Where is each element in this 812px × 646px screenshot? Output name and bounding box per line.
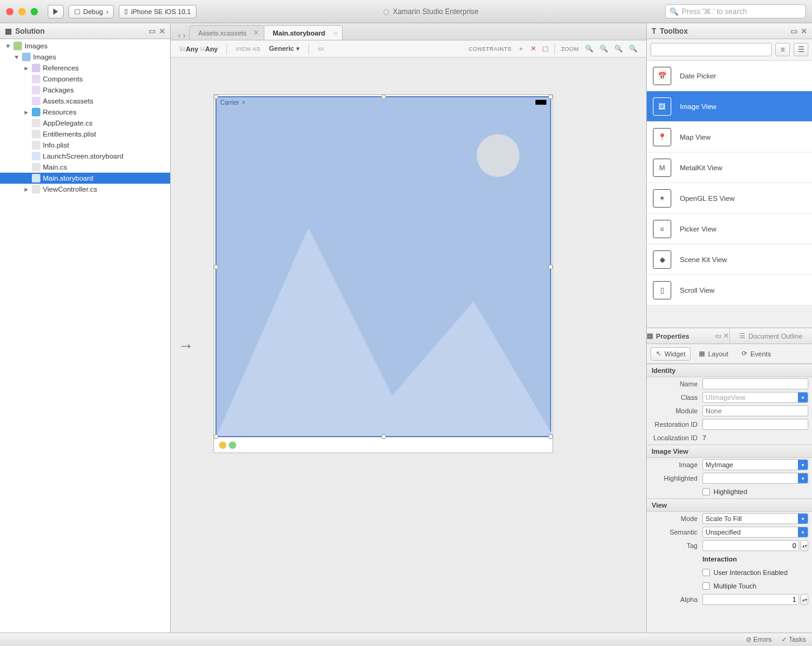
toolbox-item[interactable]: 📅Date Picker xyxy=(647,61,812,91)
module-field[interactable] xyxy=(702,405,808,416)
device-label: iPhone SE iOS 10.1 xyxy=(131,8,191,15)
alpha-field[interactable] xyxy=(702,594,799,605)
tab-widget[interactable]: ↖ Widget xyxy=(650,347,691,361)
run-button[interactable] xyxy=(48,5,64,18)
first-responder-icon[interactable] xyxy=(219,441,226,449)
pad-options-icon[interactable]: ▭ xyxy=(791,27,797,36)
close-window[interactable] xyxy=(6,8,13,15)
toolbox-view-list[interactable]: ☰ xyxy=(794,43,808,56)
metal-icon: M xyxy=(653,159,671,177)
uiimageview[interactable]: Carrier ᯤ xyxy=(215,96,551,437)
editor-tab[interactable]: Assets.xcassets✕ xyxy=(189,25,264,40)
nav-back-icon[interactable]: ‹ xyxy=(178,31,181,40)
tag-stepper[interactable]: ▴▾ xyxy=(800,540,808,551)
class-field[interactable]: UIImageView▾ xyxy=(702,392,808,403)
toolbox-item[interactable]: 🖼Image View xyxy=(647,91,812,122)
tree-item[interactable]: AppDelegate.cs xyxy=(0,118,170,129)
uie-checkbox[interactable]: User Interaction Enabled xyxy=(702,569,808,576)
multitouch-checkbox[interactable]: Multiple Touch xyxy=(702,582,808,590)
semantic-field[interactable]: Unspecified▾ xyxy=(702,527,808,538)
tab-events[interactable]: ⟳ Events xyxy=(736,347,777,361)
size-class[interactable]: WAny HAny xyxy=(179,45,218,53)
restoration-field[interactable] xyxy=(702,419,808,430)
zoom-actual-icon[interactable]: 🔍 xyxy=(614,45,623,53)
resize-handle[interactable] xyxy=(214,94,218,99)
view-as-selector[interactable]: Generic ▾ xyxy=(269,45,299,53)
resize-handle[interactable] xyxy=(548,265,553,269)
constraints-label: CONSTRAINTS xyxy=(469,46,512,52)
alpha-label: Alpha xyxy=(650,596,702,603)
play-icon xyxy=(53,9,58,15)
resize-handle[interactable] xyxy=(214,434,218,439)
toolbox-search-input[interactable] xyxy=(650,43,772,56)
tasks-pad[interactable]: ✓ Tasks xyxy=(781,636,806,644)
tab-close-icon[interactable]: ✕ xyxy=(253,29,259,37)
highlighted-checkbox[interactable]: Highlighted xyxy=(702,488,808,495)
resize-handle[interactable] xyxy=(381,434,386,439)
tree-item[interactable]: Packages xyxy=(0,85,170,96)
resize-handle[interactable] xyxy=(548,94,553,99)
image-field[interactable]: MyImage▾ xyxy=(702,459,808,470)
orientation-toggle[interactable]: ▭ xyxy=(318,45,324,53)
lorem-icon: ≡ xyxy=(653,220,671,238)
localization-value: 7 xyxy=(702,434,808,441)
zoom-fit-icon[interactable]: 🔍 xyxy=(585,45,594,53)
tree-item[interactable]: ▸References xyxy=(0,62,170,73)
tree-item[interactable]: ▸ViewController.cs xyxy=(0,184,170,195)
toolbox-item[interactable]: MMetalKit View xyxy=(647,152,812,183)
toolbox-list[interactable]: 📅Date Picker🖼Image View📍Map ViewMMetalKi… xyxy=(647,61,812,328)
tab-close-icon[interactable]: ○ xyxy=(333,29,338,37)
tree-item[interactable]: ▾Images xyxy=(0,40,170,51)
editor-tab[interactable]: Main.storyboard○ xyxy=(264,25,343,40)
mode-field[interactable]: Scale To Fill▾ xyxy=(702,513,808,524)
zoom-window[interactable] xyxy=(31,8,38,15)
tree-item[interactable]: Assets.xcassets xyxy=(0,96,170,107)
device-selector[interactable]: ▯ iPhone SE iOS 10.1 xyxy=(119,5,196,18)
tree-item[interactable]: Main.cs xyxy=(0,162,170,173)
toolbox-item[interactable]: ✶OpenGL ES View xyxy=(647,183,812,214)
properties-panel: ▤ Properties ▭ ✕ ☰ Document Outline ↖ Wi… xyxy=(647,328,812,633)
tree-item[interactable]: Components xyxy=(0,73,170,85)
constraint-add-icon[interactable]: ＋ xyxy=(518,44,524,53)
tab-layout[interactable]: ▦ Layout xyxy=(693,347,734,361)
cube-icon: ◆ xyxy=(653,250,671,269)
zoom-out-icon[interactable]: 🔍 xyxy=(600,45,608,53)
name-field[interactable] xyxy=(702,378,808,389)
global-search[interactable]: 🔍 Press '⌘.' to search xyxy=(665,4,806,18)
errors-pad[interactable]: ⊘ Errors xyxy=(746,636,772,644)
pad-options-icon[interactable]: ▭ xyxy=(149,27,155,36)
highlighted-field[interactable]: ▾ xyxy=(702,473,808,484)
constraint-remove-icon[interactable]: ✕ xyxy=(531,45,536,53)
tree-item[interactable]: Entitlements.plist xyxy=(0,129,170,140)
exit-icon[interactable] xyxy=(229,441,236,449)
toolbox-item[interactable]: ≡Picker View xyxy=(647,214,812,244)
tag-field[interactable] xyxy=(702,540,799,551)
tree-item[interactable]: ▾Images xyxy=(0,51,170,62)
toolbox-item[interactable]: ▯Scroll View xyxy=(647,275,812,306)
solution-tree[interactable]: ▾Images▾Images▸ReferencesComponentsPacka… xyxy=(0,39,170,633)
tree-item[interactable]: ▸Resources xyxy=(0,107,170,118)
resize-handle[interactable] xyxy=(548,434,553,439)
tree-item[interactable]: Info.plist xyxy=(0,140,170,151)
resize-handle[interactable] xyxy=(214,265,218,269)
design-canvas[interactable]: → Carrier ᯤ xyxy=(171,58,646,633)
resize-handle[interactable] xyxy=(381,94,386,99)
document-outline-header[interactable]: ☰ Document Outline xyxy=(730,328,813,344)
toolbox-item[interactable]: 📍Map View xyxy=(647,122,812,152)
nav-fwd-icon[interactable]: › xyxy=(183,31,185,40)
tree-item[interactable]: LaunchScreen.storyboard xyxy=(0,151,170,162)
minimize-window[interactable] xyxy=(18,8,26,15)
properties-header[interactable]: ▤ Properties ▭ ✕ xyxy=(647,328,730,344)
alpha-stepper[interactable]: ▴▾ xyxy=(800,594,808,605)
toolbox-item[interactable]: ◆Scene Kit View xyxy=(647,244,812,275)
tree-item[interactable]: Main.storyboard xyxy=(0,173,170,184)
pin-icon: 📍 xyxy=(653,128,671,146)
editor-area: ‹ › Assets.xcassets✕Main.storyboard○ WAn… xyxy=(171,23,647,633)
constraint-frame-icon[interactable]: ▢ xyxy=(542,45,548,53)
storyboard-scene[interactable]: Carrier ᯤ xyxy=(214,94,553,453)
zoom-in-icon[interactable]: 🔍 xyxy=(629,45,638,53)
pad-close-icon[interactable]: ✕ xyxy=(801,27,807,36)
toolbox-view-compact[interactable]: ≡ xyxy=(775,43,790,56)
config-selector[interactable]: ▢ Debug › xyxy=(69,5,114,18)
pad-close-icon[interactable]: ✕ xyxy=(159,27,165,36)
